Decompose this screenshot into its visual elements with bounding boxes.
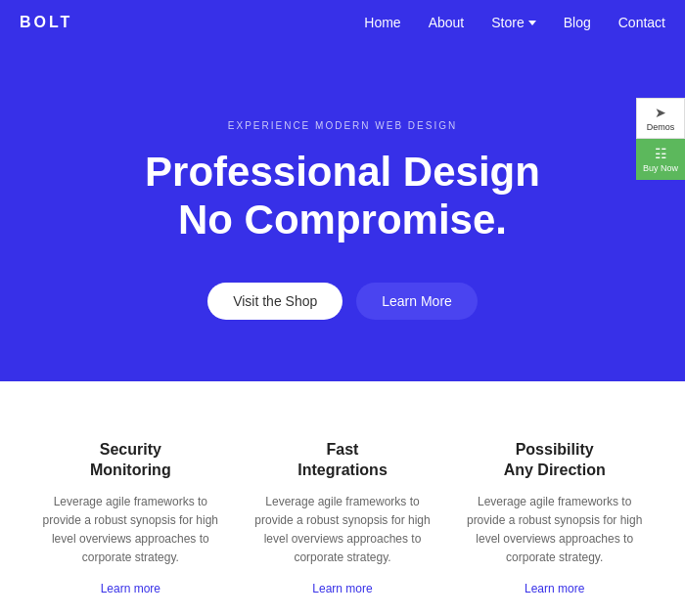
feature-title-0: SecurityMonitoring [39,440,222,481]
brand-logo: BOLT [20,14,72,31]
learn-more-button[interactable]: Learn More [356,283,478,320]
feature-card-0: SecurityMonitoring Leverage agile framew… [39,440,222,596]
feature-link-0[interactable]: Learn more [101,582,160,595]
nav-links: Home About Store Blog Contact [364,15,665,30]
cart-icon: ☷ [655,146,667,161]
nav-about[interactable]: About [429,15,465,30]
buy-now-button[interactable]: ☷ Buy Now [636,139,685,180]
feature-desc-2: Leverage agile frameworks to provide a r… [463,493,646,568]
features-section: SecurityMonitoring Leverage agile framew… [0,381,685,616]
feature-title-2: PossibilityAny Direction [463,440,646,481]
nav-blog[interactable]: Blog [564,15,591,30]
hero-section: BOLT Home About Store Blog Contact EXPER… [0,0,685,381]
chevron-down-icon [528,21,536,25]
navbar: BOLT Home About Store Blog Contact [0,0,685,45]
feature-link-1[interactable]: Learn more [312,582,372,595]
feature-card-1: FastIntegrations Leverage agile framewor… [251,440,434,596]
hero-title: Professional Design No Compromise. [145,149,540,243]
hero-buttons: Visit the Shop Learn More [207,283,478,320]
feature-link-2[interactable]: Learn more [525,582,584,595]
nav-contact[interactable]: Contact [618,15,665,30]
visit-shop-button[interactable]: Visit the Shop [207,283,342,320]
feature-desc-0: Leverage agile frameworks to provide a r… [39,493,222,568]
feature-card-2: PossibilityAny Direction Leverage agile … [463,440,646,596]
hero-eyebrow: EXPERIENCE MODERN WEB DESIGN [228,120,457,131]
nav-home[interactable]: Home [364,15,400,30]
feature-desc-1: Leverage agile frameworks to provide a r… [251,493,434,568]
demos-icon: ➤ [655,105,666,120]
nav-store[interactable]: Store [491,15,535,30]
feature-title-1: FastIntegrations [251,440,434,481]
demos-button[interactable]: ➤ Demos [636,98,685,139]
float-panel: ➤ Demos ☷ Buy Now [636,98,685,180]
